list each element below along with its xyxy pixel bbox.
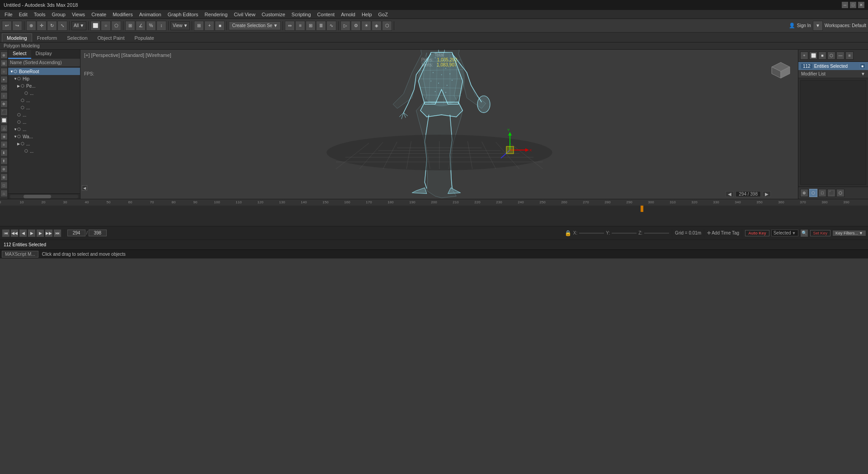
menu-item-scripting[interactable]: Scripting bbox=[289, 11, 314, 18]
material-btn[interactable]: ◈ bbox=[372, 21, 382, 31]
tree-item[interactable]: ▼⬡ BoneRoot bbox=[8, 68, 80, 75]
render-setup-btn[interactable]: ⚙ bbox=[351, 21, 361, 31]
prev-key-btn[interactable]: ◀◀ bbox=[10, 229, 19, 237]
y-coord-input[interactable] bbox=[612, 233, 637, 234]
next-frame-btn[interactable]: ▶ bbox=[36, 229, 44, 237]
map-btn[interactable]: ⬡ bbox=[382, 21, 392, 31]
rp-btn5[interactable]: — bbox=[836, 52, 844, 60]
transform-gizmo[interactable]: Y X bbox=[496, 127, 533, 164]
tree-item[interactable]: ▶⬡ ... bbox=[8, 140, 80, 147]
lt-btn18[interactable]: ⌂ bbox=[0, 190, 8, 197]
menu-item-views[interactable]: Views bbox=[69, 11, 88, 18]
tree-item[interactable]: ▼⬡ Wa... bbox=[8, 133, 80, 140]
tab-object-paint[interactable]: Object Paint bbox=[93, 33, 130, 42]
lt-btn17[interactable]: □ bbox=[0, 182, 8, 189]
move-btn[interactable]: ✛ bbox=[37, 21, 47, 31]
tree-scrollbar[interactable] bbox=[8, 193, 80, 199]
undo-btn[interactable]: ↩ bbox=[2, 21, 12, 31]
lt-btn12[interactable]: ≡ bbox=[0, 141, 8, 148]
total-frame-input[interactable]: 398 bbox=[89, 230, 107, 236]
timeline-playhead[interactable] bbox=[641, 206, 643, 212]
filter-dropdown[interactable]: All ▼ bbox=[71, 21, 86, 30]
angle-snap-btn[interactable]: ∠ bbox=[136, 21, 146, 31]
rp-btn2[interactable]: ⬜ bbox=[809, 52, 817, 60]
menu-item-rendering[interactable]: Rendering bbox=[202, 11, 231, 18]
scene-tree[interactable]: ▼⬡ BoneRoot▼⬡ Hip▶⬡ Pe... ⬡ ... ⬡ ... ⬡ … bbox=[8, 67, 80, 193]
lt-btn14[interactable]: ⬆ bbox=[0, 157, 8, 164]
rotate-btn[interactable]: ↻ bbox=[47, 21, 57, 31]
menu-item-customize[interactable]: Customize bbox=[259, 11, 288, 18]
create-selection-btn[interactable]: Create Selection Se ▼ bbox=[229, 21, 281, 30]
tree-item[interactable]: ▼⬡ ... bbox=[8, 126, 80, 133]
rp-btn1[interactable]: + bbox=[800, 52, 808, 60]
lt-btn4[interactable]: ✦ bbox=[0, 76, 8, 83]
tab-modeling[interactable]: Modeling bbox=[2, 33, 32, 42]
extra-btn[interactable]: ⬡ bbox=[836, 189, 844, 197]
vp-prev-frame-btn[interactable]: ◀ bbox=[726, 191, 734, 197]
menu-item-tools[interactable]: Tools bbox=[31, 11, 48, 18]
menu-item-create[interactable]: Create bbox=[89, 11, 109, 18]
lt-btn6[interactable]: ↕ bbox=[0, 92, 8, 99]
auto-key-btn[interactable]: Auto Key bbox=[745, 230, 769, 236]
tree-item[interactable]: ▼⬡ Hip bbox=[8, 75, 80, 82]
set-key-btn[interactable]: Set Key bbox=[810, 230, 831, 236]
x-coord-input[interactable] bbox=[579, 233, 604, 234]
menu-item-content[interactable]: Content bbox=[315, 11, 338, 18]
tree-item[interactable]: ⬡ ... bbox=[8, 89, 80, 97]
tree-item[interactable]: ⬡ ... bbox=[8, 104, 80, 111]
curve-btn[interactable]: ∿ bbox=[326, 21, 336, 31]
tree-item[interactable]: ⬡ ... bbox=[8, 118, 80, 126]
lt-btn16[interactable]: ⊗ bbox=[0, 174, 8, 181]
lt-btn10[interactable]: △ bbox=[0, 125, 8, 132]
menu-item-arnold[interactable]: Arnold bbox=[338, 11, 358, 18]
viewport-prev-btn[interactable]: ◀ bbox=[82, 185, 87, 191]
menu-item-animation[interactable]: Animation bbox=[137, 11, 164, 18]
tree-item[interactable]: ⬡ ... bbox=[8, 147, 80, 155]
menu-item-graph-editors[interactable]: Graph Editors bbox=[165, 11, 201, 18]
mirror-btn[interactable]: ⇔ bbox=[285, 21, 295, 31]
lt-btn13[interactable]: ⬇ bbox=[0, 149, 8, 156]
viewport-dropdown[interactable]: View ▼ bbox=[170, 21, 190, 30]
scale-btn[interactable]: ⤡ bbox=[57, 21, 67, 31]
modify-btn[interactable]: ⬡ bbox=[809, 189, 817, 197]
menu-item-edit[interactable]: Edit bbox=[16, 11, 30, 18]
modifier-list-dropdown-arrow[interactable]: ▼ bbox=[861, 71, 865, 76]
render-btn[interactable]: ▷ bbox=[340, 21, 350, 31]
menu-item-civil-view[interactable]: Civil View bbox=[231, 11, 258, 18]
align-btn[interactable]: ≡ bbox=[295, 21, 305, 31]
current-frame-input[interactable]: 294 bbox=[67, 230, 85, 236]
modifier-list-body[interactable] bbox=[800, 80, 866, 185]
vp-next-frame-btn[interactable]: ▶ bbox=[763, 191, 771, 197]
rp-btn3[interactable]: ■ bbox=[818, 52, 826, 60]
tab-freeform[interactable]: Freeform bbox=[32, 33, 62, 42]
z-coord-input[interactable] bbox=[644, 233, 669, 234]
percent-snap-btn[interactable]: % bbox=[146, 21, 156, 31]
lt-btn3[interactable]: ○ bbox=[0, 68, 8, 75]
lt-btn15[interactable]: ⊕ bbox=[0, 165, 8, 173]
select-btn[interactable]: ⊕ bbox=[26, 21, 36, 31]
rect-select-btn[interactable]: ⬜ bbox=[90, 21, 100, 31]
selected-dropdown[interactable]: Selected ▼ bbox=[771, 230, 798, 236]
lt-btn9[interactable]: ⬜ bbox=[0, 117, 8, 124]
lt-btn2[interactable]: ⊞ bbox=[0, 60, 8, 67]
maximize-btn[interactable]: □ bbox=[850, 2, 856, 8]
env-btn[interactable]: ☀ bbox=[361, 21, 371, 31]
lt-btn8[interactable]: ⬛ bbox=[0, 108, 8, 116]
tab-populate[interactable]: Populate bbox=[129, 33, 159, 42]
tree-item[interactable]: ⬡ ... bbox=[8, 97, 80, 104]
redo-btn[interactable]: ↪ bbox=[12, 21, 22, 31]
lt-btn11[interactable]: ◈ bbox=[0, 133, 8, 140]
rp-btn4[interactable]: ⬡ bbox=[827, 52, 835, 60]
circle-select-btn[interactable]: ○ bbox=[101, 21, 111, 31]
rp-btn6[interactable]: ≡ bbox=[845, 52, 854, 60]
hierarchy-btn[interactable]: ⊕ bbox=[800, 189, 808, 197]
grid-btn[interactable]: ⊞ bbox=[306, 21, 316, 31]
add-time-tag-btn[interactable]: ✛ Add Time Tag bbox=[707, 230, 739, 235]
next-key-btn[interactable]: ▶▶ bbox=[45, 229, 53, 237]
minimize-btn[interactable]: ─ bbox=[842, 2, 848, 8]
entities-color-picker[interactable]: ■ bbox=[860, 63, 865, 69]
go-end-btn[interactable]: ⏭ bbox=[53, 229, 61, 237]
menu-item-goz[interactable]: GoZ bbox=[376, 11, 391, 18]
snap-toggle-btn[interactable]: ⊞ bbox=[125, 21, 135, 31]
se-tab-display[interactable]: Display bbox=[31, 50, 57, 59]
